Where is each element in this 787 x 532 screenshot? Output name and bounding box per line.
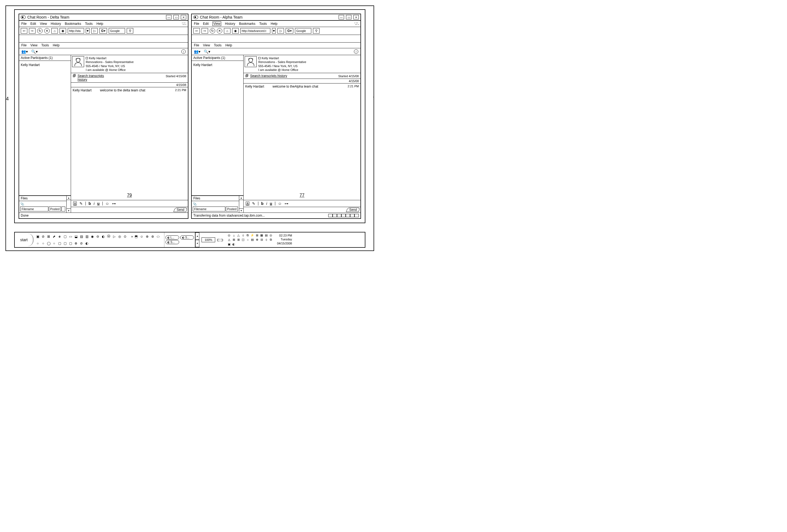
task-window-button[interactable]: ◐L... — [166, 236, 179, 240]
tray-icon[interactable]: ◬ — [227, 238, 231, 241]
ql-icon[interactable]: ▣ — [36, 235, 40, 239]
highlight-button[interactable]: ✎ — [252, 201, 255, 206]
col-filename[interactable]: Filename — [20, 206, 48, 212]
task-stepper[interactable]: ▲ ▼ — [195, 232, 199, 247]
ql-icon[interactable]: ◯ — [46, 241, 51, 245]
home-button[interactable]: ⌂ — [224, 28, 231, 34]
titlebar[interactable]: Chat Room - Delta Team — ▭ ✕ — [19, 14, 188, 21]
search-dropdown-icon[interactable]: 🔍▾ — [204, 49, 210, 54]
ql-icon[interactable]: ○ — [41, 241, 45, 245]
bold-button[interactable]: b — [88, 201, 91, 206]
stop-button[interactable]: ✕ — [217, 28, 222, 34]
search-input[interactable]: Google — [295, 28, 311, 34]
italic-button[interactable]: i — [94, 201, 94, 206]
app-menu-help[interactable]: Help — [225, 43, 232, 47]
tray-icon[interactable]: ○ — [246, 238, 250, 241]
tray-icon[interactable]: ◎ — [227, 234, 231, 237]
search-engine-icon[interactable]: G▾ — [100, 28, 107, 34]
app-menu-view[interactable]: View — [203, 43, 210, 47]
ql-icon[interactable]: ○ — [52, 241, 56, 245]
attachment-icon[interactable]: 📎 — [193, 202, 238, 206]
menu-history[interactable]: History — [225, 22, 235, 26]
ql-icon[interactable]: ◉ — [90, 235, 94, 239]
emoji-button[interactable]: ☺ — [278, 201, 282, 206]
scroll-down-icon[interactable]: ▼ — [66, 208, 71, 213]
scroll-up-icon[interactable]: ▲ — [239, 196, 243, 200]
search-engine-icon[interactable]: G▾ — [285, 28, 293, 34]
underline-button[interactable]: u — [97, 201, 100, 206]
task-window-button[interactable]: ◐S... — [166, 240, 179, 244]
ql-icon[interactable]: ⊕ — [145, 235, 149, 239]
tray-icon[interactable]: ⊞ — [236, 238, 240, 241]
menu-file[interactable]: File — [21, 22, 26, 26]
tray-icon[interactable]: ⊟ — [260, 238, 263, 241]
back-button[interactable]: ⇦ — [21, 28, 27, 34]
ql-icon[interactable]: ⊙ — [123, 235, 127, 239]
reload-button[interactable]: ↻ — [210, 28, 215, 34]
ql-icon[interactable]: ⊘ — [79, 241, 84, 245]
ql-icon[interactable]: ⬈ — [52, 235, 56, 239]
url-dropdown[interactable]: ▼ — [272, 28, 276, 34]
search-button[interactable]: ⚲ — [127, 28, 133, 34]
tray-icon[interactable]: ▤ — [264, 234, 268, 237]
people-dropdown-icon[interactable]: 👥▾ — [194, 49, 200, 54]
titlebar[interactable]: Chat Room - Alpha Team — ▭ ✕ — [192, 14, 360, 21]
col-posted[interactable]: Posted — [49, 206, 61, 212]
clock[interactable]: 02:23 PM Tuesday 04/15/2008 — [275, 232, 294, 247]
menu-edit[interactable]: Edit — [30, 22, 36, 26]
task-window-button[interactable]: ◐S... — [180, 236, 194, 240]
people-dropdown-icon[interactable]: 👥▾ — [21, 49, 28, 54]
emoji-button[interactable]: ☺ — [105, 201, 109, 206]
ql-icon[interactable]: ◐ — [101, 235, 105, 239]
tray-icon[interactable]: ⚡ — [250, 234, 254, 237]
app-menu-view[interactable]: View — [30, 43, 37, 47]
ql-icon[interactable]: ⓦ — [106, 235, 111, 239]
home-button[interactable]: ⌂ — [51, 28, 58, 34]
menu-bookmarks[interactable]: Bookmarks — [65, 22, 81, 26]
ql-icon[interactable]: ☺ — [140, 235, 144, 239]
ql-icon[interactable]: ⊗ — [74, 241, 78, 245]
ql-icon[interactable]: ⊘ — [41, 235, 45, 239]
tray-icon[interactable]: ◎ — [269, 234, 273, 237]
tray-icon[interactable]: ▣ — [227, 243, 231, 246]
menu-help[interactable]: Help — [97, 22, 103, 26]
app-menu-file[interactable]: File — [21, 43, 26, 47]
italic-button[interactable]: i — [266, 201, 267, 206]
menu-history[interactable]: History — [51, 22, 61, 26]
tray-icon[interactable]: ⊕ — [255, 238, 259, 241]
scroll-down-icon[interactable]: ▼ — [239, 208, 243, 213]
ql-icon[interactable]: ▢ — [68, 241, 72, 245]
send-button[interactable]: Send — [346, 207, 360, 212]
maximize-button[interactable]: ▭ — [346, 15, 352, 19]
tray-icon[interactable]: ◊ — [264, 238, 268, 241]
ql-more[interactable]: » — [131, 235, 133, 239]
attachment-icon[interactable]: 📎 — [20, 202, 65, 206]
menu-bookmarks[interactable]: Bookmarks — [239, 22, 255, 26]
stepper-up-icon[interactable]: ▲ — [195, 232, 199, 240]
ql-icon[interactable]: ▥ — [85, 235, 89, 239]
tray-icon[interactable]: ⧉ — [269, 238, 273, 241]
search-transcripts-link[interactable]: Search transcripts history — [78, 74, 110, 82]
ql-icon[interactable]: ◎ — [118, 235, 122, 239]
link-button[interactable]: ⊶ — [284, 201, 289, 206]
stepper-down-icon[interactable]: ▼ — [195, 240, 199, 247]
ql-icon[interactable]: ◐ — [85, 241, 89, 245]
app-menu-help[interactable]: Help — [53, 43, 60, 47]
app-menu-tools[interactable]: Tools — [41, 43, 49, 47]
ql-icon[interactable]: ▢ — [63, 235, 67, 239]
ql-icon[interactable]: ⬓ — [74, 235, 78, 239]
ql-icon[interactable]: ⬭ — [156, 235, 160, 239]
app-menu-file[interactable]: File — [194, 43, 199, 47]
tray-icon[interactable]: ▤ — [250, 238, 254, 241]
tray-icon[interactable]: ⊞ — [255, 234, 259, 237]
tray-icon[interactable]: ⊞ — [232, 238, 236, 241]
minimize-button[interactable]: — — [166, 15, 171, 19]
ql-icon[interactable]: ▤ — [79, 235, 84, 239]
url-input[interactable]: http://sta — [68, 28, 84, 34]
highlight-button[interactable]: ✎ — [80, 201, 83, 206]
search-input[interactable]: Google — [109, 28, 125, 34]
menu-file[interactable]: File — [194, 22, 199, 26]
menu-tools[interactable]: Tools — [259, 22, 267, 26]
ql-icon[interactable]: ▢ — [57, 241, 62, 245]
search-button[interactable]: ⚲ — [313, 28, 319, 34]
